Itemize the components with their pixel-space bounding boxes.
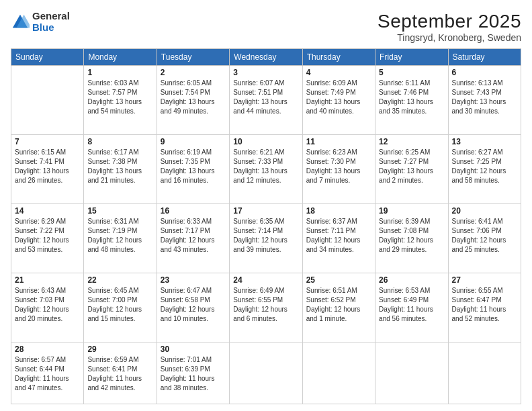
day-number: 21 (15, 275, 80, 285)
header: General Blue September 2025 Tingsryd, Kr… (11, 11, 521, 43)
day-number: 23 (161, 275, 226, 285)
day-number: 3 (233, 68, 298, 77)
day-number: 8 (87, 137, 152, 146)
logo-icon (11, 13, 30, 32)
day-info: Sunrise: 6:23 AMSunset: 7:30 PMDaylight:… (306, 148, 371, 185)
day-number: 4 (306, 68, 371, 77)
table-row: 26Sunrise: 6:53 AMSunset: 6:49 PMDayligh… (375, 273, 448, 342)
table-row: 5Sunrise: 6:11 AMSunset: 7:46 PMDaylight… (375, 66, 448, 135)
table-row: 20Sunrise: 6:41 AMSunset: 7:06 PMDayligh… (448, 203, 521, 273)
table-row: 13Sunrise: 6:27 AMSunset: 7:25 PMDayligh… (448, 134, 521, 203)
day-info: Sunrise: 6:35 AMSunset: 7:14 PMDaylight:… (233, 217, 298, 255)
calendar-title: September 2025 (378, 11, 521, 32)
table-row: 14Sunrise: 6:29 AMSunset: 7:22 PMDayligh… (11, 203, 84, 273)
logo: General Blue (11, 11, 70, 33)
day-number: 12 (379, 137, 444, 146)
day-number: 18 (306, 206, 371, 216)
table-row: 17Sunrise: 6:35 AMSunset: 7:14 PMDayligh… (230, 203, 302, 273)
header-thursday: Thursday (302, 49, 375, 66)
day-info: Sunrise: 6:47 AMSunset: 6:58 PMDaylight:… (161, 286, 226, 324)
day-info: Sunrise: 6:53 AMSunset: 6:49 PMDaylight:… (379, 286, 444, 324)
day-number: 22 (87, 275, 152, 285)
table-row (448, 342, 521, 404)
table-row: 7Sunrise: 6:15 AMSunset: 7:41 PMDaylight… (11, 134, 84, 203)
table-row: 6Sunrise: 6:13 AMSunset: 7:43 PMDaylight… (448, 66, 521, 135)
table-row: 25Sunrise: 6:51 AMSunset: 6:52 PMDayligh… (302, 273, 375, 342)
table-row: 1Sunrise: 6:03 AMSunset: 7:57 PMDaylight… (84, 66, 157, 135)
title-block: September 2025 Tingsryd, Kronoberg, Swed… (378, 11, 521, 43)
day-info: Sunrise: 6:13 AMSunset: 7:43 PMDaylight:… (452, 79, 517, 116)
table-row: 28Sunrise: 6:57 AMSunset: 6:44 PMDayligh… (11, 342, 84, 404)
day-number: 2 (161, 68, 226, 77)
logo-general: General (32, 11, 70, 22)
calendar-table: Sunday Monday Tuesday Wednesday Thursday… (11, 48, 521, 404)
header-saturday: Saturday (448, 49, 521, 66)
day-number: 25 (306, 275, 371, 285)
table-row: 30Sunrise: 7:01 AMSunset: 6:39 PMDayligh… (157, 342, 229, 404)
table-row: 27Sunrise: 6:55 AMSunset: 6:47 PMDayligh… (448, 273, 521, 342)
table-row: 3Sunrise: 6:07 AMSunset: 7:51 PMDaylight… (230, 66, 302, 135)
table-row: 12Sunrise: 6:25 AMSunset: 7:27 PMDayligh… (375, 134, 448, 203)
day-number: 27 (452, 275, 517, 285)
day-info: Sunrise: 6:03 AMSunset: 7:57 PMDaylight:… (87, 79, 152, 116)
day-info: Sunrise: 6:15 AMSunset: 7:41 PMDaylight:… (15, 148, 80, 185)
table-row: 15Sunrise: 6:31 AMSunset: 7:19 PMDayligh… (84, 203, 157, 273)
day-info: Sunrise: 6:37 AMSunset: 7:11 PMDaylight:… (306, 217, 371, 255)
day-info: Sunrise: 6:17 AMSunset: 7:38 PMDaylight:… (87, 148, 152, 185)
day-number: 5 (379, 68, 444, 77)
day-info: Sunrise: 6:31 AMSunset: 7:19 PMDaylight:… (87, 217, 152, 255)
day-number: 13 (452, 137, 517, 146)
day-info: Sunrise: 6:11 AMSunset: 7:46 PMDaylight:… (379, 79, 444, 116)
day-number: 29 (87, 345, 152, 354)
day-number: 30 (161, 345, 226, 354)
table-row: 21Sunrise: 6:43 AMSunset: 7:03 PMDayligh… (11, 273, 84, 342)
day-info: Sunrise: 6:41 AMSunset: 7:06 PMDaylight:… (452, 217, 517, 255)
day-info: Sunrise: 6:55 AMSunset: 6:47 PMDaylight:… (452, 286, 517, 324)
table-row: 18Sunrise: 6:37 AMSunset: 7:11 PMDayligh… (302, 203, 375, 273)
day-number: 11 (306, 137, 371, 146)
logo-text: General Blue (32, 11, 70, 33)
day-info: Sunrise: 6:43 AMSunset: 7:03 PMDaylight:… (15, 286, 80, 324)
day-number: 9 (161, 137, 226, 146)
day-number: 6 (452, 68, 517, 77)
day-info: Sunrise: 6:27 AMSunset: 7:25 PMDaylight:… (452, 148, 517, 185)
day-number: 7 (15, 137, 80, 146)
day-info: Sunrise: 6:39 AMSunset: 7:08 PMDaylight:… (379, 217, 444, 255)
table-row (375, 342, 448, 404)
day-number: 24 (233, 275, 298, 285)
day-number: 19 (379, 206, 444, 216)
day-info: Sunrise: 6:29 AMSunset: 7:22 PMDaylight:… (15, 217, 80, 255)
table-row: 24Sunrise: 6:49 AMSunset: 6:55 PMDayligh… (230, 273, 302, 342)
table-row (302, 342, 375, 404)
day-number: 26 (379, 275, 444, 285)
weekday-header-row: Sunday Monday Tuesday Wednesday Thursday… (11, 49, 521, 66)
day-info: Sunrise: 6:19 AMSunset: 7:35 PMDaylight:… (161, 148, 226, 185)
table-row: 22Sunrise: 6:45 AMSunset: 7:00 PMDayligh… (84, 273, 157, 342)
header-tuesday: Tuesday (157, 49, 229, 66)
table-row: 23Sunrise: 6:47 AMSunset: 6:58 PMDayligh… (157, 273, 229, 342)
day-number: 28 (15, 345, 80, 354)
day-info: Sunrise: 6:21 AMSunset: 7:33 PMDaylight:… (233, 148, 298, 185)
table-row (230, 342, 302, 404)
table-row: 4Sunrise: 6:09 AMSunset: 7:49 PMDaylight… (302, 66, 375, 135)
day-info: Sunrise: 7:01 AMSunset: 6:39 PMDaylight:… (161, 355, 226, 393)
header-monday: Monday (84, 49, 157, 66)
day-info: Sunrise: 6:51 AMSunset: 6:52 PMDaylight:… (306, 286, 371, 324)
table-row: 2Sunrise: 6:05 AMSunset: 7:54 PMDaylight… (157, 66, 229, 135)
header-wednesday: Wednesday (230, 49, 302, 66)
table-row: 19Sunrise: 6:39 AMSunset: 7:08 PMDayligh… (375, 203, 448, 273)
day-info: Sunrise: 6:33 AMSunset: 7:17 PMDaylight:… (161, 217, 226, 255)
day-info: Sunrise: 6:45 AMSunset: 7:00 PMDaylight:… (87, 286, 152, 324)
day-number: 1 (87, 68, 152, 77)
table-row: 8Sunrise: 6:17 AMSunset: 7:38 PMDaylight… (84, 134, 157, 203)
day-info: Sunrise: 6:59 AMSunset: 6:41 PMDaylight:… (87, 355, 152, 393)
page: General Blue September 2025 Tingsryd, Kr… (0, 0, 532, 411)
day-number: 17 (233, 206, 298, 216)
day-number: 15 (87, 206, 152, 216)
day-info: Sunrise: 6:57 AMSunset: 6:44 PMDaylight:… (15, 355, 80, 393)
day-info: Sunrise: 6:07 AMSunset: 7:51 PMDaylight:… (233, 79, 298, 116)
table-row: 29Sunrise: 6:59 AMSunset: 6:41 PMDayligh… (84, 342, 157, 404)
day-info: Sunrise: 6:05 AMSunset: 7:54 PMDaylight:… (161, 79, 226, 116)
table-row (11, 66, 84, 135)
table-row: 10Sunrise: 6:21 AMSunset: 7:33 PMDayligh… (230, 134, 302, 203)
